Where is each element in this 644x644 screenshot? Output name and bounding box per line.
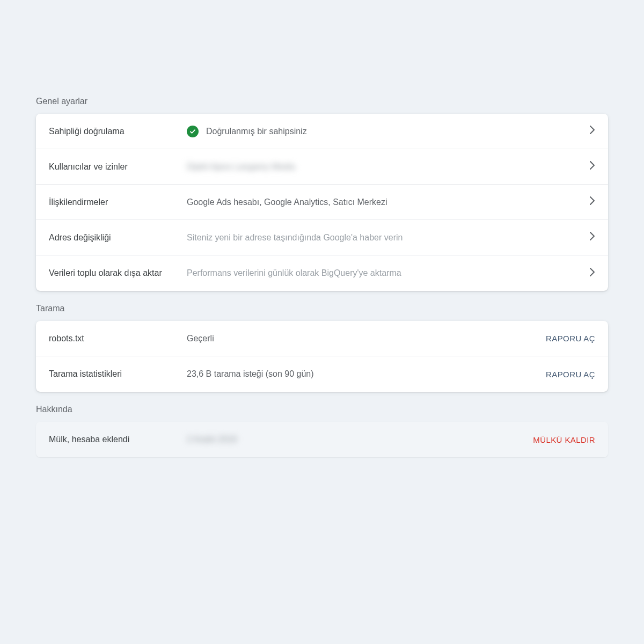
row-value: Dipkit Ajans Langamy Media <box>187 162 590 172</box>
row-value-text: Performans verilerini günlük olarak BigQ… <box>187 268 401 278</box>
row-value: Doğrulanmış bir sahipsiniz <box>187 126 590 137</box>
row-label: İlişkilendirmeler <box>49 197 187 207</box>
row-value: 2 Aralık 2018 <box>187 435 533 444</box>
chevron-right-icon <box>590 196 595 208</box>
row-ownership-verification[interactable]: Sahipliği doğrulama Doğrulanmış bir sahi… <box>36 114 608 149</box>
row-label: robots.txt <box>49 334 187 343</box>
row-property-added: Mülk, hesaba eklendi 2 Aralık 2018 MÜLKÜ… <box>36 422 608 457</box>
general-settings-card: Sahipliği doğrulama Doğrulanmış bir sahi… <box>36 114 608 291</box>
open-report-button[interactable]: RAPORU AÇ <box>546 370 595 379</box>
section-title-crawling: Tarama <box>36 304 608 313</box>
row-value: Google Ads hesabı, Google Analytics, Sat… <box>187 197 590 207</box>
row-label: Mülk, hesaba eklendi <box>49 435 187 444</box>
row-value-text: Siteniz yeni bir adrese taşındığında Goo… <box>187 233 402 243</box>
row-value: 23,6 B tarama isteği (son 90 gün) <box>187 369 546 379</box>
row-users-permissions[interactable]: Kullanıcılar ve izinler Dipkit Ajans Lan… <box>36 149 608 185</box>
remove-property-button[interactable]: MÜLKÜ KALDIR <box>533 435 595 444</box>
row-label: Kullanıcılar ve izinler <box>49 162 187 172</box>
row-value-text: Dipkit Ajans Langamy Media <box>187 162 295 172</box>
row-value: Performans verilerini günlük olarak BigQ… <box>187 268 590 278</box>
chevron-right-icon <box>590 232 595 243</box>
row-label: Adres değişikliği <box>49 233 187 243</box>
row-label: Tarama istatistikleri <box>49 369 187 379</box>
row-value-text: 2 Aralık 2018 <box>187 435 237 444</box>
row-value-text: Doğrulanmış bir sahipsiniz <box>206 127 307 136</box>
row-value-text: 23,6 B tarama isteği (son 90 gün) <box>187 369 314 379</box>
row-change-address[interactable]: Adres değişikliği Siteniz yeni bir adres… <box>36 220 608 255</box>
row-crawl-stats[interactable]: Tarama istatistikleri 23,6 B tarama iste… <box>36 356 608 392</box>
open-report-button[interactable]: RAPORU AÇ <box>546 334 595 343</box>
row-robots-txt[interactable]: robots.txt Geçerli RAPORU AÇ <box>36 321 608 356</box>
chevron-right-icon <box>590 161 595 172</box>
chevron-right-icon <box>590 126 595 137</box>
check-circle-icon <box>187 126 199 137</box>
row-value-text: Google Ads hesabı, Google Analytics, Sat… <box>187 197 387 207</box>
row-label: Sahipliği doğrulama <box>49 127 187 136</box>
row-value: Siteniz yeni bir adrese taşındığında Goo… <box>187 233 590 243</box>
row-associations[interactable]: İlişkilendirmeler Google Ads hesabı, Goo… <box>36 185 608 220</box>
crawling-card: robots.txt Geçerli RAPORU AÇ Tarama ista… <box>36 321 608 392</box>
row-value: Geçerli <box>187 334 546 343</box>
about-card: Mülk, hesaba eklendi 2 Aralık 2018 MÜLKÜ… <box>36 422 608 457</box>
section-title-general: Genel ayarlar <box>36 97 608 106</box>
chevron-right-icon <box>590 268 595 279</box>
row-label: Verileri toplu olarak dışa aktar <box>49 268 187 278</box>
row-bulk-export[interactable]: Verileri toplu olarak dışa aktar Perform… <box>36 255 608 291</box>
section-title-about: Hakkında <box>36 405 608 414</box>
row-value-text: Geçerli <box>187 334 214 343</box>
